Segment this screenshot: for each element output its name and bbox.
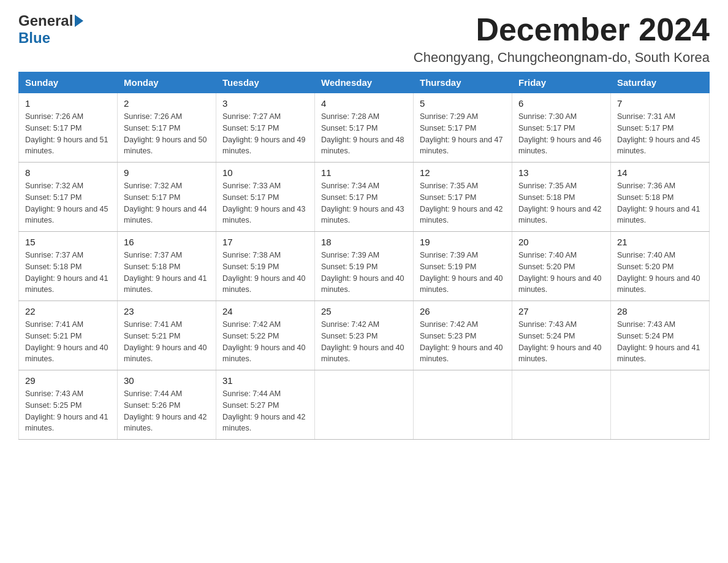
- calendar-week-row: 8 Sunrise: 7:32 AMSunset: 5:17 PMDayligh…: [19, 163, 710, 232]
- day-info: Sunrise: 7:42 AMSunset: 5:22 PMDaylight:…: [222, 319, 308, 365]
- logo-blue-text: Blue: [18, 29, 50, 47]
- weekday-header-monday: Monday: [118, 72, 216, 93]
- calendar-cell: 21 Sunrise: 7:40 AMSunset: 5:20 PMDaylig…: [611, 232, 710, 301]
- day-info: Sunrise: 7:35 AMSunset: 5:17 PMDaylight:…: [420, 180, 506, 226]
- logo-triangle-icon: [75, 15, 83, 27]
- calendar-cell: 19 Sunrise: 7:39 AMSunset: 5:19 PMDaylig…: [414, 232, 512, 301]
- day-number: 11: [321, 167, 407, 178]
- day-number: 2: [124, 98, 210, 109]
- calendar-cell: 15 Sunrise: 7:37 AMSunset: 5:18 PMDaylig…: [19, 232, 118, 301]
- day-info: Sunrise: 7:34 AMSunset: 5:17 PMDaylight:…: [321, 180, 407, 226]
- day-info: Sunrise: 7:29 AMSunset: 5:17 PMDaylight:…: [420, 111, 506, 157]
- day-number: 20: [518, 237, 604, 247]
- calendar-cell: [315, 370, 414, 440]
- calendar-cell: 2 Sunrise: 7:26 AMSunset: 5:17 PMDayligh…: [118, 93, 216, 163]
- day-info: Sunrise: 7:42 AMSunset: 5:23 PMDaylight:…: [420, 319, 506, 365]
- day-number: 28: [617, 306, 703, 316]
- calendar-cell: [512, 370, 611, 440]
- day-number: 9: [124, 167, 210, 178]
- weekday-header-row: SundayMondayTuesdayWednesdayThursdayFrid…: [19, 72, 710, 93]
- weekday-header-wednesday: Wednesday: [315, 72, 414, 93]
- day-info: Sunrise: 7:43 AMSunset: 5:24 PMDaylight:…: [617, 319, 703, 365]
- day-number: 18: [321, 237, 407, 247]
- title-block: December 2024 Cheongyang, Chungcheongnam…: [414, 12, 710, 66]
- calendar-cell: 14 Sunrise: 7:36 AMSunset: 5:18 PMDaylig…: [611, 163, 710, 232]
- day-number: 17: [222, 237, 308, 247]
- calendar-week-row: 22 Sunrise: 7:41 AMSunset: 5:21 PMDaylig…: [19, 301, 710, 370]
- day-number: 26: [420, 306, 506, 316]
- day-number: 16: [124, 237, 210, 247]
- calendar-cell: 1 Sunrise: 7:26 AMSunset: 5:17 PMDayligh…: [19, 93, 118, 163]
- day-number: 23: [124, 306, 210, 316]
- day-number: 24: [222, 306, 308, 316]
- day-number: 30: [124, 375, 210, 386]
- calendar-cell: 16 Sunrise: 7:37 AMSunset: 5:18 PMDaylig…: [118, 232, 216, 301]
- calendar-week-row: 29 Sunrise: 7:43 AMSunset: 5:25 PMDaylig…: [19, 370, 710, 440]
- day-info: Sunrise: 7:43 AMSunset: 5:25 PMDaylight:…: [25, 388, 111, 434]
- calendar-cell: 3 Sunrise: 7:27 AMSunset: 5:17 PMDayligh…: [216, 93, 315, 163]
- day-info: Sunrise: 7:32 AMSunset: 5:17 PMDaylight:…: [25, 180, 111, 226]
- weekday-header-thursday: Thursday: [414, 72, 512, 93]
- weekday-header-friday: Friday: [512, 72, 611, 93]
- day-info: Sunrise: 7:43 AMSunset: 5:24 PMDaylight:…: [518, 319, 604, 365]
- day-number: 3: [222, 98, 308, 109]
- day-number: 6: [518, 98, 604, 109]
- day-info: Sunrise: 7:38 AMSunset: 5:19 PMDaylight:…: [222, 250, 308, 296]
- calendar-cell: 31 Sunrise: 7:44 AMSunset: 5:27 PMDaylig…: [216, 370, 315, 440]
- calendar-cell: 29 Sunrise: 7:43 AMSunset: 5:25 PMDaylig…: [19, 370, 118, 440]
- day-info: Sunrise: 7:41 AMSunset: 5:21 PMDaylight:…: [25, 319, 111, 365]
- calendar-cell: 27 Sunrise: 7:43 AMSunset: 5:24 PMDaylig…: [512, 301, 611, 370]
- day-info: Sunrise: 7:39 AMSunset: 5:19 PMDaylight:…: [321, 250, 407, 296]
- day-info: Sunrise: 7:42 AMSunset: 5:23 PMDaylight:…: [321, 319, 407, 365]
- calendar-cell: 25 Sunrise: 7:42 AMSunset: 5:23 PMDaylig…: [315, 301, 414, 370]
- calendar-table: SundayMondayTuesdayWednesdayThursdayFrid…: [18, 72, 710, 440]
- day-number: 27: [518, 306, 604, 316]
- day-info: Sunrise: 7:28 AMSunset: 5:17 PMDaylight:…: [321, 111, 407, 157]
- day-number: 8: [25, 167, 111, 178]
- calendar-cell: 12 Sunrise: 7:35 AMSunset: 5:17 PMDaylig…: [414, 163, 512, 232]
- calendar-cell: 8 Sunrise: 7:32 AMSunset: 5:17 PMDayligh…: [19, 163, 118, 232]
- day-info: Sunrise: 7:44 AMSunset: 5:27 PMDaylight:…: [222, 388, 308, 434]
- weekday-header-tuesday: Tuesday: [216, 72, 315, 93]
- calendar-cell: 28 Sunrise: 7:43 AMSunset: 5:24 PMDaylig…: [611, 301, 710, 370]
- day-number: 10: [222, 167, 308, 178]
- weekday-header-saturday: Saturday: [611, 72, 710, 93]
- day-number: 25: [321, 306, 407, 316]
- calendar-cell: 9 Sunrise: 7:32 AMSunset: 5:17 PMDayligh…: [118, 163, 216, 232]
- day-number: 15: [25, 237, 111, 247]
- day-number: 22: [25, 306, 111, 316]
- location-title: Cheongyang, Chungcheongnam-do, South Kor…: [414, 50, 710, 66]
- day-info: Sunrise: 7:40 AMSunset: 5:20 PMDaylight:…: [518, 250, 604, 296]
- page-header: General Blue December 2024 Cheongyang, C…: [18, 12, 710, 66]
- day-info: Sunrise: 7:32 AMSunset: 5:17 PMDaylight:…: [124, 180, 210, 226]
- day-info: Sunrise: 7:36 AMSunset: 5:18 PMDaylight:…: [617, 180, 703, 226]
- month-title: December 2024: [414, 12, 710, 47]
- calendar-cell: 17 Sunrise: 7:38 AMSunset: 5:19 PMDaylig…: [216, 232, 315, 301]
- day-number: 13: [518, 167, 604, 178]
- calendar-cell: 11 Sunrise: 7:34 AMSunset: 5:17 PMDaylig…: [315, 163, 414, 232]
- calendar-cell: 24 Sunrise: 7:42 AMSunset: 5:22 PMDaylig…: [216, 301, 315, 370]
- day-number: 7: [617, 98, 703, 109]
- calendar-cell: 23 Sunrise: 7:41 AMSunset: 5:21 PMDaylig…: [118, 301, 216, 370]
- day-info: Sunrise: 7:35 AMSunset: 5:18 PMDaylight:…: [518, 180, 604, 226]
- calendar-cell: 4 Sunrise: 7:28 AMSunset: 5:17 PMDayligh…: [315, 93, 414, 163]
- day-number: 19: [420, 237, 506, 247]
- calendar-cell: 5 Sunrise: 7:29 AMSunset: 5:17 PMDayligh…: [414, 93, 512, 163]
- calendar-cell: 6 Sunrise: 7:30 AMSunset: 5:17 PMDayligh…: [512, 93, 611, 163]
- day-info: Sunrise: 7:31 AMSunset: 5:17 PMDaylight:…: [617, 111, 703, 157]
- day-info: Sunrise: 7:37 AMSunset: 5:18 PMDaylight:…: [25, 250, 111, 296]
- day-info: Sunrise: 7:37 AMSunset: 5:18 PMDaylight:…: [124, 250, 210, 296]
- day-info: Sunrise: 7:26 AMSunset: 5:17 PMDaylight:…: [124, 111, 210, 157]
- day-info: Sunrise: 7:40 AMSunset: 5:20 PMDaylight:…: [617, 250, 703, 296]
- calendar-week-row: 15 Sunrise: 7:37 AMSunset: 5:18 PMDaylig…: [19, 232, 710, 301]
- logo: General Blue: [18, 12, 83, 47]
- day-number: 4: [321, 98, 407, 109]
- day-info: Sunrise: 7:27 AMSunset: 5:17 PMDaylight:…: [222, 111, 308, 157]
- day-info: Sunrise: 7:33 AMSunset: 5:17 PMDaylight:…: [222, 180, 308, 226]
- calendar-cell: 18 Sunrise: 7:39 AMSunset: 5:19 PMDaylig…: [315, 232, 414, 301]
- calendar-cell: 30 Sunrise: 7:44 AMSunset: 5:26 PMDaylig…: [118, 370, 216, 440]
- day-number: 14: [617, 167, 703, 178]
- calendar-cell: [414, 370, 512, 440]
- calendar-cell: [611, 370, 710, 440]
- day-info: Sunrise: 7:30 AMSunset: 5:17 PMDaylight:…: [518, 111, 604, 157]
